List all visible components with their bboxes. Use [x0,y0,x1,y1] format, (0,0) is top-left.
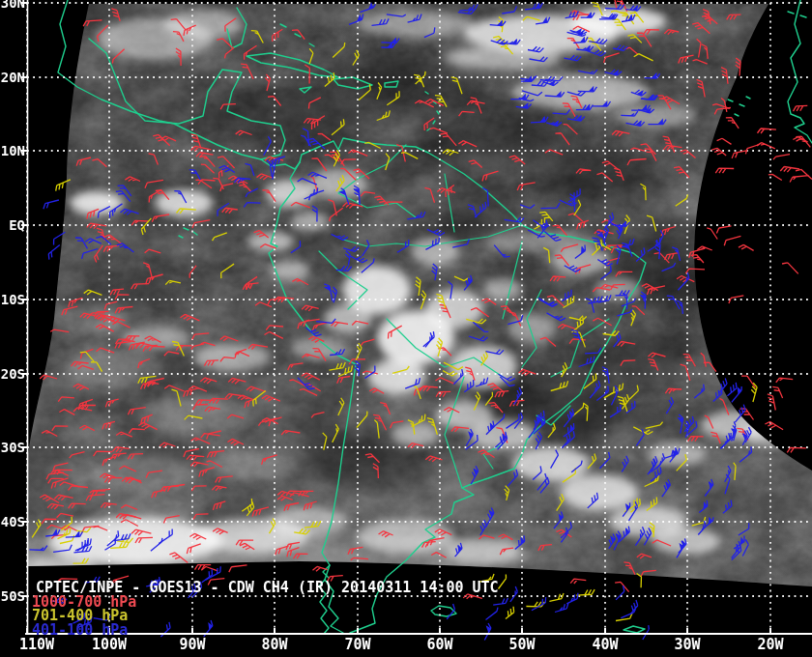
wind-barb-blue [565,593,580,604]
falkland-islands [431,606,456,616]
wind-barb-red [744,145,761,155]
wind-barb-blue [507,586,519,602]
satellite-swath [0,0,812,657]
wind-barb-red [793,105,807,111]
wind-barb-red [707,226,717,241]
lat-label-10n: 10N [0,144,25,157]
patagonia-fjords [319,565,330,634]
wind-barb-red [717,137,732,149]
wind-barb-red [726,115,739,130]
lon-label-40w: 40W [571,638,639,652]
wind-barb-yellow [548,593,565,601]
lat-label-40s: 40S [0,515,25,528]
wind-barb-blue [530,597,549,611]
wind-barb-red [731,151,747,158]
lat-label-10s: 10S [0,293,25,306]
lon-label-60w: 60W [406,638,474,652]
wind-barb-red [228,565,247,572]
goes13-ir-image [0,0,812,657]
wind-barb-red [772,155,790,160]
lon-label-90w: 90W [159,638,226,652]
lat-label-20s: 20S [0,367,25,381]
wind-barb-red [711,146,726,159]
lat-label-30s: 30S [0,441,25,454]
lon-label-100w: 100W [75,638,143,652]
wind-barb-red [728,296,744,303]
wind-barb-red [790,176,809,183]
wind-barb-red [716,226,733,234]
wind-barb-red [782,261,798,277]
wind-barb-red [615,580,628,595]
lat-label-50s: 50S [0,589,25,603]
wind-barb-yellow [503,607,516,619]
lat-label-eq: EQ [0,218,25,232]
south-georgia-island [624,626,645,633]
wind-barb-red [723,236,742,245]
wind-barb-yellow [576,589,595,595]
wind-barb-red [772,385,782,399]
wind-barb-red [715,168,734,173]
wind-barb-blue [554,603,570,612]
wind-barb-blue [46,245,63,260]
wind-barb-yellow [748,383,758,402]
wind-barb-blue [484,608,500,620]
wind-barb-blue [641,625,651,640]
lon-label-110w: 110W [3,638,71,652]
lat-label-30n: 30N [0,0,25,10]
satellite-wind-map: CPTEC/INPE - GOES13 - CDW CH4 (IR) 20140… [0,0,812,657]
wind-barb-red [796,167,812,183]
legend-high-level: 401-100 hPa [32,623,128,638]
wind-barb-red [757,129,775,134]
wind-barb-red [787,447,806,452]
wind-barb-red [768,393,775,412]
west-africa-coast [788,0,812,143]
wind-barb-red [570,579,586,586]
wind-barb-red [739,243,754,255]
cape-verde-islands [728,97,750,116]
wind-barb-blue [43,200,60,209]
wind-barb-blue [492,598,508,605]
lon-label-30w: 30W [653,638,721,652]
lat-label-20n: 20N [0,71,25,84]
wind-barb-red [776,378,793,385]
wind-barb-yellow [636,574,641,588]
lon-label-80w: 80W [241,638,308,652]
wind-barb-blue [613,586,627,600]
lon-label-50w: 50W [488,638,556,652]
wind-barb-red [765,420,783,434]
lon-label-70w: 70W [324,638,392,652]
lon-label-20w: 20W [737,638,804,652]
